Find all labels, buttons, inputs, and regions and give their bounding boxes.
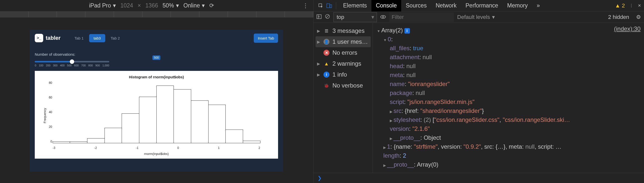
slider-area: Number of observations: 500 010020030040… xyxy=(30,46,283,69)
devtools-menu-icon[interactable]: ⋮ xyxy=(629,3,633,8)
app-frame: >_ tabler Tab 1 tab3 Tab 2 Insert Tab Nu… xyxy=(30,30,283,171)
devtools-pane: Elements Console Sources Network Perform… xyxy=(313,0,644,183)
slider-thumb[interactable] xyxy=(70,59,74,64)
tab-sources[interactable]: Sources xyxy=(401,0,431,12)
histogram-bar xyxy=(208,105,226,143)
console-settings-icon[interactable]: ⚙ xyxy=(636,14,641,20)
histogram-bar xyxy=(87,138,105,143)
insert-tab-button[interactable]: Insert Tab xyxy=(254,34,278,43)
tab-network[interactable]: Network xyxy=(431,0,461,12)
bars xyxy=(53,81,260,143)
warning-count-badge[interactable]: ▲ 2 xyxy=(615,3,625,9)
info-icon[interactable]: i xyxy=(404,28,410,34)
tab-1[interactable]: Tab 1 xyxy=(70,34,88,42)
slider-ticks: 01002003004005006007008009001,000 xyxy=(35,64,109,67)
sidebar-messages[interactable]: ▶☰3 messages xyxy=(316,25,371,36)
array-header[interactable]: Array(2) xyxy=(381,27,403,34)
histogram-bar xyxy=(139,97,157,143)
svg-point-8 xyxy=(382,16,384,18)
close-devtools-icon[interactable]: ✕ xyxy=(638,3,641,8)
svg-rect-1 xyxy=(327,4,330,8)
preview-viewport: >_ tabler Tab 1 tab3 Tab 2 Insert Tab Nu… xyxy=(30,30,283,171)
histogram-chart: Histogram of rnorm(input$obs) Frequency … xyxy=(35,71,278,159)
plot-area: Frequency 806040200 -3-2-1012 rnorm(inpu… xyxy=(38,81,275,156)
histogram-bar xyxy=(174,89,191,143)
sidebar-verbose[interactable]: 🐞No verbose xyxy=(316,80,371,91)
devtools-tabs: Elements Console Sources Network Perform… xyxy=(314,0,644,12)
rotate-icon[interactable]: ⟳ xyxy=(209,2,214,9)
sidebar-user-messages[interactable]: ▶👤1 user mes… xyxy=(316,36,371,47)
svg-point-7 xyxy=(380,16,386,18)
histogram-bar xyxy=(191,100,208,143)
context-select[interactable]: top xyxy=(334,12,377,22)
histogram-bar xyxy=(156,86,174,143)
device-height[interactable]: 1366 xyxy=(146,2,158,9)
dimension-x: × xyxy=(138,2,141,9)
clear-console-icon[interactable] xyxy=(325,14,330,20)
console-toolbar: top Default levels ▾ 2 hidden ⚙ xyxy=(314,12,644,23)
x-axis-label: rnorm(input$obs) xyxy=(38,152,275,156)
slider-value-badge: 500 xyxy=(152,55,160,60)
tab-3[interactable]: tab3 xyxy=(89,34,105,42)
device-toggle-icon[interactable] xyxy=(325,2,334,10)
message-sidebar: ▶☰3 messages ▶👤1 user mes… ✕No errors ▶▲… xyxy=(314,23,373,173)
tab-console[interactable]: Console xyxy=(372,0,401,12)
chart-title: Histogram of rnorm(input$obs) xyxy=(38,75,275,79)
source-link[interactable]: (index):30 xyxy=(614,24,640,33)
log-levels-select[interactable]: Default levels ▾ xyxy=(457,14,495,20)
tab-memory[interactable]: Memory xyxy=(503,0,532,12)
logo-text: tabler xyxy=(46,35,60,41)
sidebar-errors[interactable]: ✕No errors xyxy=(316,47,371,58)
tab-overflow-icon[interactable]: » xyxy=(532,0,544,12)
console-prompt[interactable]: ❯ xyxy=(314,173,644,183)
sidebar-toggle-icon[interactable] xyxy=(316,14,322,20)
tab-list: Tab 1 tab3 Tab 2 xyxy=(70,34,124,42)
svg-rect-2 xyxy=(330,5,332,8)
live-expression-icon[interactable] xyxy=(380,14,386,20)
histogram-bar xyxy=(104,128,122,143)
console-output[interactable]: (index):30 ▼Array(2)i ▼0: all_files: tru… xyxy=(373,23,644,173)
sidebar-info[interactable]: ▶i1 info xyxy=(316,69,371,80)
device-width[interactable]: 1024 xyxy=(120,2,133,9)
tab-2[interactable]: Tab 2 xyxy=(106,34,124,42)
histogram-bar xyxy=(122,113,139,143)
logo: >_ tabler xyxy=(35,34,60,42)
logo-icon: >_ xyxy=(35,34,43,42)
tab-elements[interactable]: Elements xyxy=(339,0,372,12)
device-select[interactable]: iPad Pro ▾ xyxy=(89,2,116,9)
y-axis: 806040200 xyxy=(42,81,52,143)
slider[interactable]: 500 xyxy=(35,61,278,62)
ruler xyxy=(0,12,313,18)
histogram-bar xyxy=(226,129,243,143)
inspect-element-icon[interactable] xyxy=(316,2,325,10)
kebab-menu-icon[interactable]: ⋮ xyxy=(303,2,308,9)
throttle-select[interactable]: Online ▾ xyxy=(184,2,205,9)
hidden-count[interactable]: 2 hidden xyxy=(608,14,629,20)
console-body: ▶☰3 messages ▶👤1 user mes… ✕No errors ▶▲… xyxy=(314,23,644,173)
device-preview-pane: iPad Pro ▾ 1024 × 1366 50% ▾ Online ▾ ⟳ … xyxy=(0,0,313,183)
svg-line-6 xyxy=(326,15,329,18)
x-axis: -3-2-1012 xyxy=(53,146,260,150)
device-toolbar: iPad Pro ▾ 1024 × 1366 50% ▾ Online ▾ ⟳ … xyxy=(0,0,313,12)
sidebar-warnings[interactable]: ▶▲2 warnings xyxy=(316,58,371,69)
filter-input[interactable] xyxy=(389,13,454,22)
tab-performance[interactable]: Performance xyxy=(461,0,503,12)
app-header: >_ tabler Tab 1 tab3 Tab 2 Insert Tab xyxy=(30,30,283,46)
zoom-select[interactable]: 50% ▾ xyxy=(162,2,179,9)
